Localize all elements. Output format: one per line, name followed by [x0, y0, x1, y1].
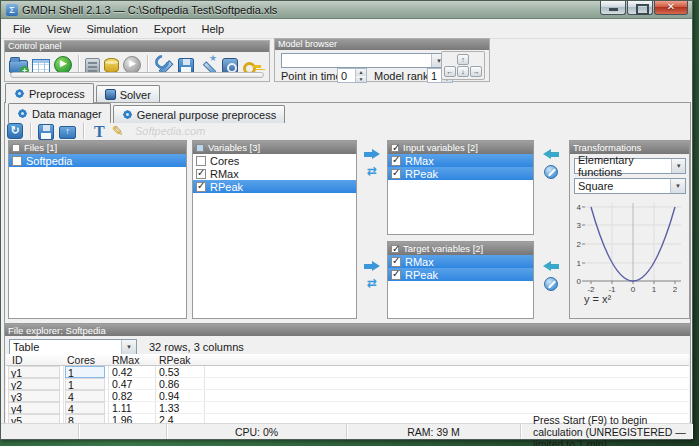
status-bar: CPU: 0% RAM: 39 M Press Start (F9) to be…	[1, 423, 692, 439]
menu-file[interactable]: File	[5, 21, 39, 37]
title-bar[interactable]: Σ GMDH Shell 2.1.3 — C:\Softpedia Test\S…	[1, 1, 692, 19]
col-id[interactable]: ID	[12, 354, 23, 366]
minimize-button[interactable]	[600, 1, 626, 15]
tab-data-manager-label: Data manager	[32, 108, 102, 120]
softpedia-checkbox[interactable]	[12, 156, 22, 166]
list-item-rmax[interactable]: RMax	[193, 167, 356, 180]
stop-button-disabled[interactable]	[123, 56, 141, 74]
cell-cores[interactable]: 4	[65, 390, 105, 402]
tab-data-manager[interactable]: Data manager	[8, 103, 111, 123]
rpeak-checkbox[interactable]	[196, 182, 206, 192]
edit-pen-button[interactable]	[112, 123, 128, 140]
xtick-4: 2	[673, 285, 678, 293]
col-rmax[interactable]: RMax	[112, 354, 139, 366]
cores-checkbox[interactable]	[196, 156, 206, 166]
target-variables-panel: Target variables [2] RMax RPeak	[387, 241, 534, 319]
cell-cores[interactable]: 1	[65, 366, 105, 378]
model-rank-value: 1	[431, 70, 437, 82]
input-rmax-checkbox[interactable]	[391, 156, 401, 166]
remove-input-arrow-button[interactable]	[542, 149, 560, 160]
tab-solver-label: Solver	[120, 89, 151, 101]
swap-target-button[interactable]: ⇄	[365, 277, 380, 290]
save-file-button[interactable]	[38, 124, 54, 140]
spinner-down-icon[interactable]: ▼	[355, 76, 366, 83]
variables-header-checkbox[interactable]	[196, 144, 204, 152]
point-in-time-spinner[interactable]: 0 ▲▼	[337, 68, 367, 83]
cell-cores[interactable]: 4	[65, 402, 105, 414]
input-header-checkbox[interactable]	[391, 144, 399, 152]
maximize-button[interactable]	[627, 1, 653, 15]
menu-help[interactable]: Help	[194, 21, 233, 37]
close-button[interactable]	[654, 1, 688, 15]
chevron-down-icon[interactable]	[671, 159, 685, 173]
table-row[interactable]: y2 1 0.47 0.86	[6, 378, 689, 390]
cell-id[interactable]: y1	[8, 366, 60, 378]
cell-rmax[interactable]: 1.11	[112, 402, 152, 414]
nav-right-button[interactable]: →	[470, 66, 482, 77]
rename-text-button[interactable]	[91, 123, 107, 140]
input-item-rmax[interactable]: RMax	[388, 154, 533, 167]
tab-general-preprocess[interactable]: General purpose preprocess	[113, 105, 285, 123]
model-select[interactable]	[281, 53, 447, 68]
menu-export[interactable]: Export	[146, 21, 194, 37]
target-rmax-label: RMax	[405, 256, 434, 268]
view-select[interactable]: Table	[9, 339, 137, 355]
cell-rpeak[interactable]: 1.33	[159, 402, 201, 414]
cell-rmax[interactable]: 0.47	[112, 378, 152, 390]
list-item-cores[interactable]: Cores	[193, 154, 356, 167]
input-transform-edit-button[interactable]	[544, 165, 558, 179]
add-input-arrow-button[interactable]	[363, 149, 381, 160]
cell-id[interactable]: y3	[8, 390, 60, 402]
chevron-down-icon[interactable]	[121, 340, 136, 354]
import-button[interactable]	[59, 126, 76, 139]
col-cores[interactable]: Cores	[67, 354, 95, 366]
toolbar-separator	[83, 123, 84, 139]
xtick-0: -2	[587, 285, 595, 293]
remove-target-arrow-button[interactable]	[542, 261, 560, 272]
variables-panel-title: Variables [3]	[208, 142, 260, 153]
cell-rpeak[interactable]: 0.86	[159, 378, 201, 390]
dataset-button[interactable]	[32, 59, 50, 73]
list-item-rpeak[interactable]: RPeak	[193, 180, 356, 193]
file-explorer-panel: File explorer: Softpedia Table 32 rows, …	[4, 323, 691, 425]
files-header-checkbox[interactable]	[12, 144, 20, 152]
database-button[interactable]	[104, 58, 119, 73]
cell-rmax[interactable]: 0.82	[112, 390, 152, 402]
start-button[interactable]	[54, 56, 72, 74]
function-group-select[interactable]: Elementary functions	[574, 158, 686, 174]
tab-solver[interactable]: Solver	[96, 85, 160, 103]
target-rpeak-checkbox[interactable]	[391, 270, 401, 280]
cell-id[interactable]: y2	[8, 378, 60, 390]
cell-id[interactable]: y4	[8, 402, 60, 414]
add-target-arrow-button[interactable]	[363, 261, 381, 272]
function-select[interactable]: Square	[574, 178, 686, 194]
menu-view[interactable]: View	[39, 21, 79, 37]
target-item-rmax[interactable]: RMax	[388, 255, 533, 268]
chevron-down-icon[interactable]	[670, 179, 685, 193]
tab-preprocess[interactable]: Preprocess	[5, 83, 94, 103]
nav-up-button[interactable]: ↑	[457, 54, 469, 65]
input-rpeak-checkbox[interactable]	[391, 169, 401, 179]
input-item-rpeak[interactable]: RPeak	[388, 167, 533, 180]
table-row[interactable]: y1 1 0.42 0.53	[6, 366, 689, 378]
cell-rmax[interactable]: 0.42	[112, 366, 152, 378]
input-remove-controls	[540, 149, 562, 179]
table-row[interactable]: y3 4 0.82 0.94	[6, 390, 689, 402]
model-browser-group: Model browser Point in time 0 ▲▼ Model r…	[274, 38, 490, 82]
nav-left-button[interactable]: ←	[444, 66, 456, 77]
refresh-button[interactable]	[7, 123, 23, 139]
list-item-softpedia[interactable]: Softpedia	[9, 154, 186, 167]
cell-cores[interactable]: 1	[65, 378, 105, 390]
table-row[interactable]: y4 4 1.11 1.33	[6, 402, 689, 414]
nav-down-button[interactable]: ↓	[457, 66, 469, 77]
target-transform-edit-button[interactable]	[544, 277, 558, 291]
target-item-rpeak[interactable]: RPeak	[388, 268, 533, 281]
cell-rpeak[interactable]: 0.94	[159, 390, 201, 402]
target-rmax-checkbox[interactable]	[391, 257, 401, 267]
menu-simulation[interactable]: Simulation	[78, 21, 145, 37]
cell-rpeak[interactable]: 0.53	[159, 366, 201, 378]
rmax-checkbox[interactable]	[196, 169, 206, 179]
col-rpeak[interactable]: RPeak	[159, 354, 191, 366]
swap-input-button[interactable]: ⇄	[365, 165, 380, 178]
target-header-checkbox[interactable]	[391, 245, 399, 253]
